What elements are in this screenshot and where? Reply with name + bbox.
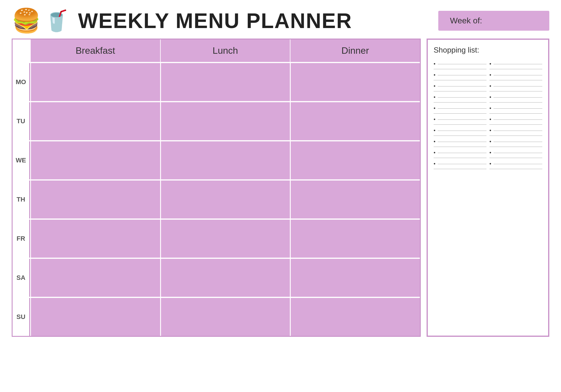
day-row-th: TH (13, 179, 420, 218)
shopping-line (438, 108, 486, 109)
bullet-icon: • (434, 94, 435, 100)
shopping-line (438, 142, 486, 142)
logo-area: 🍔 🥤 (12, 9, 69, 32)
shopping-line (494, 153, 542, 153)
shopping-line (438, 97, 486, 98)
shopping-line (438, 153, 486, 153)
bullet-icon: • (434, 105, 435, 112)
shopping-line (494, 142, 542, 142)
bullet-icon: • (489, 105, 491, 112)
tu-breakfast-cell[interactable] (30, 102, 160, 140)
shopping-line (494, 164, 542, 164)
week-of-box[interactable]: Week of: (438, 11, 549, 31)
bullet-icon: • (434, 72, 435, 78)
shopping-line (438, 75, 486, 75)
shopping-item-13[interactable]: • (434, 126, 486, 136)
shopping-item-5[interactable]: • (434, 81, 486, 91)
bullet-icon: • (434, 161, 435, 167)
bullet-icon: • (489, 117, 491, 123)
shopping-item-8[interactable]: • (489, 93, 542, 103)
sa-dinner-cell[interactable] (290, 259, 420, 297)
fr-breakfast-cell[interactable] (30, 220, 160, 258)
bullet-icon: • (489, 139, 491, 145)
th-dinner-cell[interactable] (290, 181, 420, 218)
we-breakfast-cell[interactable] (30, 141, 160, 179)
shopping-item-17[interactable]: • (434, 148, 486, 158)
breakfast-header: Breakfast (30, 39, 160, 62)
bullet-icon: • (434, 117, 435, 123)
shopping-item-9[interactable]: • (434, 104, 486, 114)
su-dinner-cell[interactable] (290, 298, 420, 336)
planner-section: Breakfast Lunch Dinner MOTUWETHFRSASU (12, 39, 421, 337)
shopping-item-3[interactable]: • (434, 70, 486, 80)
shopping-line (438, 164, 486, 164)
day-label-mo: MO (13, 63, 30, 101)
shopping-line (438, 119, 486, 120)
shopping-item-1[interactable]: • (434, 59, 486, 69)
shopping-item-11[interactable]: • (434, 115, 486, 125)
bullet-icon: • (434, 139, 435, 145)
shopping-item-16[interactable]: • (489, 137, 542, 147)
bullet-icon: • (434, 150, 435, 156)
day-row-tu: TU (13, 101, 420, 140)
shopping-item-14[interactable]: • (489, 126, 542, 136)
day-label-su: SU (13, 298, 30, 336)
mo-breakfast-cell[interactable] (30, 63, 160, 101)
day-label-th: TH (13, 181, 30, 218)
meal-header-row: Breakfast Lunch Dinner (13, 39, 420, 62)
sa-breakfast-cell[interactable] (30, 259, 160, 297)
page-header: 🍔 🥤 WEEKLY MENU PLANNER Week of: (12, 9, 549, 33)
dinner-header: Dinner (290, 39, 420, 62)
day-row-fr: FR (13, 218, 420, 258)
shopping-line (494, 119, 542, 120)
fr-lunch-cell[interactable] (160, 220, 290, 258)
shopping-item-10[interactable]: • (489, 104, 542, 114)
shopping-line (438, 64, 486, 64)
page-title: WEEKLY MENU PLANNER (78, 9, 352, 33)
bullet-icon: • (434, 83, 435, 89)
bullet-icon: • (489, 61, 491, 67)
shopping-item-6[interactable]: • (489, 81, 542, 91)
bullet-icon: • (489, 161, 491, 167)
day-label-sa: SA (13, 259, 30, 297)
shopping-list-title: Shopping list: (434, 46, 542, 55)
shopping-line (438, 86, 486, 86)
day-label-fr: FR (13, 220, 30, 258)
we-lunch-cell[interactable] (160, 141, 290, 179)
th-lunch-cell[interactable] (160, 181, 290, 218)
shopping-item-12[interactable]: • (489, 115, 542, 125)
bullet-icon: • (489, 72, 491, 78)
shopping-line (494, 75, 542, 75)
sa-lunch-cell[interactable] (160, 259, 290, 297)
day-rows-container: MOTUWETHFRSASU (13, 62, 420, 336)
mo-dinner-cell[interactable] (290, 63, 420, 101)
day-label-header (13, 39, 30, 62)
mo-lunch-cell[interactable] (160, 63, 290, 101)
bullet-icon: • (489, 128, 491, 134)
shopping-item-2[interactable]: • (489, 59, 542, 69)
fr-dinner-cell[interactable] (290, 220, 420, 258)
shopping-item-18[interactable]: • (489, 148, 542, 158)
bullet-icon: • (489, 150, 491, 156)
day-row-sa: SA (13, 258, 420, 297)
day-label-we: WE (13, 141, 30, 179)
shopping-item-15[interactable]: • (434, 137, 486, 147)
tu-lunch-cell[interactable] (160, 102, 290, 140)
drink-icon: 🥤 (44, 11, 69, 31)
shopping-item-19[interactable]: • (434, 159, 486, 169)
tu-dinner-cell[interactable] (290, 102, 420, 140)
shopping-item-20[interactable]: • (489, 159, 542, 169)
shopping-line (494, 131, 542, 131)
th-breakfast-cell[interactable] (30, 181, 160, 218)
shopping-item-4[interactable]: • (489, 70, 542, 80)
su-lunch-cell[interactable] (160, 298, 290, 336)
main-content: Breakfast Lunch Dinner MOTUWETHFRSASU Sh… (12, 39, 549, 337)
day-row-we: WE (13, 140, 420, 179)
shopping-section: Shopping list: •••••••••••••••••••• (427, 39, 549, 337)
day-row-su: SU (13, 297, 420, 336)
shopping-line (494, 64, 542, 64)
shopping-item-7[interactable]: • (434, 93, 486, 103)
we-dinner-cell[interactable] (290, 141, 420, 179)
day-row-mo: MO (13, 62, 420, 101)
su-breakfast-cell[interactable] (30, 298, 160, 336)
